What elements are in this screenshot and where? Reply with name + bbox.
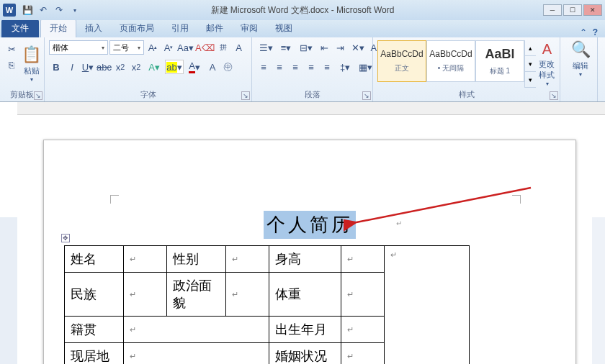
tab-page-layout[interactable]: 页面布局	[111, 19, 163, 37]
cell-addr-value[interactable]: ↵	[124, 343, 269, 365]
cell-marriage-label[interactable]: 婚姻状况	[269, 343, 341, 365]
cell-weight-value[interactable]: ↵	[341, 273, 385, 317]
styles-launcher-icon[interactable]: ↘	[550, 91, 558, 100]
shading-icon[interactable]: ▦▾	[356, 60, 375, 74]
number-list-icon[interactable]: ≡▾	[277, 40, 295, 55]
asian-layout-icon[interactable]: ✕▾	[349, 40, 367, 55]
style-down-icon[interactable]: ▾	[525, 56, 536, 72]
group-paragraph-label: 段落	[256, 88, 368, 101]
char-border-icon[interactable]: A	[232, 40, 246, 55]
cell-photo[interactable]: ↵	[385, 246, 470, 365]
style-heading1[interactable]: AaBl 标题 1	[475, 40, 524, 82]
grow-font-icon[interactable]: A▴	[145, 40, 160, 55]
cell-birth-value[interactable]: ↵	[341, 317, 385, 343]
cell-ethnic-value[interactable]: ↵	[124, 273, 167, 317]
italic-icon[interactable]: I	[65, 60, 79, 74]
qat-customize-icon[interactable]: ▾	[68, 3, 82, 17]
tab-mailings[interactable]: 邮件	[197, 19, 232, 37]
qat-save-icon[interactable]: 💾	[20, 3, 35, 17]
font-color-icon[interactable]: A▾	[185, 60, 204, 74]
align-right-icon[interactable]: ≡	[288, 60, 302, 74]
vertical-scrollbar[interactable]	[592, 217, 605, 364]
tab-home[interactable]: 开始	[40, 19, 76, 37]
multilevel-list-icon[interactable]: ⊟▾	[297, 40, 315, 55]
indent-left-icon[interactable]: ⇤	[317, 40, 331, 55]
cell-marriage-value[interactable]: ↵	[341, 343, 385, 365]
annotation-arrow	[344, 185, 545, 235]
svg-line-1	[357, 188, 531, 222]
window-maximize-button[interactable]: ☐	[563, 4, 582, 16]
align-left-icon[interactable]: ≡	[256, 60, 271, 74]
cell-name-value[interactable]: ↵	[124, 246, 167, 273]
align-distributed-icon[interactable]: ≡	[320, 60, 334, 74]
superscript-icon[interactable]: x2	[129, 60, 143, 74]
cell-name-label[interactable]: 姓名	[65, 246, 124, 273]
bullet-list-icon[interactable]: ☰▾	[256, 40, 275, 55]
cell-gender-label[interactable]: 性别	[167, 246, 226, 273]
copy-icon[interactable]: ⎘	[4, 58, 19, 72]
align-center-icon[interactable]: ≡	[272, 60, 287, 74]
cut-icon[interactable]: ✂	[4, 42, 19, 56]
document-title[interactable]: 个人简历	[264, 211, 356, 239]
align-justify-icon[interactable]: ≡	[304, 60, 318, 74]
strike-icon[interactable]: abc	[97, 60, 112, 74]
enclose-char-icon[interactable]: ㊥	[221, 60, 236, 74]
cell-origin-label[interactable]: 籍贯	[65, 317, 124, 343]
cell-gender-value[interactable]: ↵	[226, 246, 269, 273]
cell-politic-label[interactable]: 政治面貌	[167, 273, 226, 317]
edit-button[interactable]: 🔍 编辑 ▾	[565, 40, 596, 78]
font-launcher-icon[interactable]: ↘	[241, 91, 250, 100]
cell-height-value[interactable]: ↵	[341, 246, 385, 273]
style-normal[interactable]: AaBbCcDd 正文	[377, 40, 426, 82]
paste-icon: 📋	[22, 45, 41, 64]
cell-ethnic-label[interactable]: 民族	[65, 273, 124, 317]
document-area: 个人简历 ↵ ✥ 姓名 ↵ 性别 ↵ 身高 ↵ ↵ 民族 ↵	[0, 102, 605, 364]
highlight-icon[interactable]: ab▾	[165, 60, 184, 74]
style-expand-icon[interactable]: ▾	[525, 72, 536, 88]
tab-review[interactable]: 审阅	[232, 19, 266, 37]
cell-birth-label[interactable]: 出生年月	[269, 317, 341, 343]
tab-references[interactable]: 引用	[163, 19, 197, 37]
indent-right-icon[interactable]: ⇥	[333, 40, 347, 55]
ribbon-panel: ✂ ⎘ 📋 粘贴 ▾ 剪贴板 ↘ 楷体▾ 二号▾ A▴ A▾ Aa▾ A⌫ 拼 …	[0, 37, 605, 102]
qat-undo-icon[interactable]: ↶	[36, 3, 50, 17]
cell-politic-value[interactable]: ↵	[226, 273, 269, 317]
help-icon[interactable]: ?	[593, 27, 598, 37]
change-case-icon[interactable]: Aa▾	[177, 40, 194, 55]
font-size-combo[interactable]: 二号▾	[109, 40, 144, 55]
window-minimize-button[interactable]: ─	[543, 4, 562, 16]
line-spacing-icon[interactable]: ‡▾	[336, 60, 354, 74]
find-icon: 🔍	[571, 40, 591, 59]
ribbon-tabstrip: 文件 开始 插入 页面布局 引用 邮件 审阅 视图 ⌃ ?	[0, 20, 605, 37]
bold-icon[interactable]: B	[49, 60, 63, 74]
cell-height-label[interactable]: 身高	[269, 246, 341, 273]
clipboard-launcher-icon[interactable]: ↘	[34, 91, 42, 100]
style-up-icon[interactable]: ▴	[525, 40, 536, 56]
window-close-button[interactable]: ✕	[583, 4, 602, 16]
phonetic-icon[interactable]: 拼	[216, 40, 230, 55]
subscript-icon[interactable]: x2	[113, 60, 127, 74]
qat-redo-icon[interactable]: ↷	[52, 3, 66, 17]
shrink-font-icon[interactable]: A▾	[161, 40, 176, 55]
minimize-ribbon-icon[interactable]: ⌃	[580, 27, 587, 37]
tab-view[interactable]: 视图	[266, 19, 301, 37]
char-shading-icon[interactable]: A	[205, 60, 220, 74]
paste-button[interactable]: 📋 粘贴 ▾	[22, 40, 41, 88]
change-styles-button[interactable]: A 更改样式 ▾	[539, 40, 555, 88]
tab-file[interactable]: 文件	[1, 19, 39, 37]
cell-addr-label[interactable]: 现居地	[65, 343, 124, 365]
style-no-spacing[interactable]: AaBbCcDd • 无间隔	[426, 40, 475, 82]
cell-origin-value[interactable]: ↵	[124, 317, 269, 343]
horizontal-ruler[interactable]	[17, 102, 605, 115]
underline-icon[interactable]: U▾	[81, 60, 95, 74]
resume-table[interactable]: 姓名 ↵ 性别 ↵ 身高 ↵ ↵ 民族 ↵ 政治面貌 ↵ 体重 ↵	[64, 245, 470, 364]
font-face-combo[interactable]: 楷体▾	[49, 40, 108, 55]
clear-format-icon[interactable]: A⌫	[195, 40, 215, 55]
table-anchor-icon[interactable]: ✥	[61, 234, 70, 242]
paragraph-launcher-icon[interactable]: ↘	[362, 91, 371, 100]
cell-weight-label[interactable]: 体重	[269, 273, 341, 317]
text-effect-icon[interactable]: A▾	[145, 60, 163, 74]
tab-insert[interactable]: 插入	[76, 19, 111, 37]
document-canvas[interactable]: 个人简历 ↵ ✥ 姓名 ↵ 性别 ↵ 身高 ↵ ↵ 民族 ↵	[0, 115, 605, 364]
group-styles-label: 样式	[377, 88, 555, 101]
